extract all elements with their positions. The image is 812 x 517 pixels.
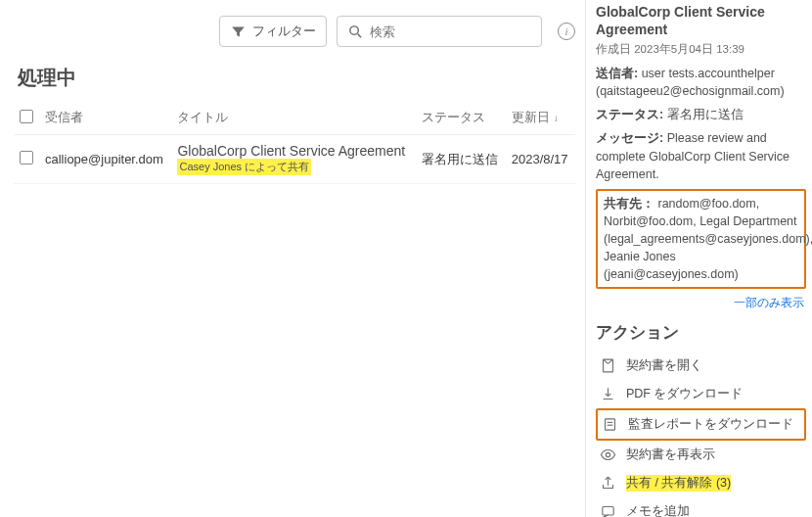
select-all-checkbox[interactable] [20,110,33,123]
share-icon [600,475,616,492]
action-download-audit[interactable]: 監査レポートをダウンロード [596,408,806,441]
search-box[interactable] [337,16,542,47]
show-less-link[interactable]: 一部のみ表示 [596,295,804,311]
info-icon[interactable]: i [558,23,575,40]
filter-button[interactable]: フィルター [219,16,327,47]
eye-icon [600,446,616,463]
action-share-label: 共有 / 共有解除 (3) [626,475,731,492]
details-panel: GlobalCorp Client Service Agreement 作成日 … [585,0,812,517]
panel-created: 作成日 2023年5月04日 13:39 [596,42,806,57]
row-checkbox[interactable] [20,151,33,164]
action-download-pdf[interactable]: PDF をダウンロード [596,380,806,408]
col-updated[interactable]: 更新日↓ [506,101,575,135]
report-icon [602,416,618,433]
svg-rect-7 [603,507,613,516]
main-content: フィルター i 処理中 受信者 タイトル ステータス 更新日↓ [0,0,585,517]
actions-heading: アクション [596,321,806,344]
col-recipient[interactable]: 受信者 [39,101,171,135]
panel-doc-title: GlobalCorp Client Service Agreement [596,4,806,38]
cell-updated: 2023/8/17 [506,135,575,184]
agreement-title: GlobalCorp Client Service Agreement [177,143,410,159]
action-share[interactable]: 共有 / 共有解除 (3) [596,469,806,497]
svg-point-0 [350,25,359,33]
section-heading: 処理中 [18,65,575,91]
cell-recipient: calliope@jupiter.dom [39,135,171,184]
shared-by-label: Casey Jones によって共有 [177,159,311,175]
table-row[interactable]: calliope@jupiter.dom GlobalCorp Client S… [14,135,575,184]
svg-rect-3 [606,419,615,430]
search-icon [347,24,364,40]
svg-line-1 [358,33,362,37]
filter-icon [230,24,247,40]
download-icon [600,386,616,402]
col-title[interactable]: タイトル [171,101,416,135]
panel-message: メッセージ: Please review and complete Global… [596,129,806,182]
panel-sender: 送信者: user tests.accounthelper (qaitstage… [596,65,806,100]
action-open[interactable]: 契約書を開く [596,352,806,380]
action-show-again[interactable]: 契約書を再表示 [596,441,806,469]
cell-title: GlobalCorp Client Service Agreement Case… [171,135,416,184]
action-add-note[interactable]: メモを追加 [596,497,806,517]
cell-status: 署名用に送信 [416,135,506,184]
note-icon [600,503,616,517]
open-icon [600,357,616,374]
svg-point-6 [606,453,609,457]
filter-label: フィルター [252,23,316,40]
actions-list: 契約書を開く PDF をダウンロード 監査レポートをダウンロード 契約書を再表示… [596,352,806,517]
sort-desc-icon: ↓ [554,113,559,123]
search-input[interactable] [370,24,534,39]
agreements-table: 受信者 タイトル ステータス 更新日↓ calliope@jupiter.dom… [14,101,575,184]
panel-shared-with: 共有先： random@foo.dom, Norbit@foo.dom, Leg… [596,189,806,290]
panel-status: ステータス: 署名用に送信 [596,106,806,123]
col-status[interactable]: ステータス [416,101,506,135]
toolbar: フィルター i [219,16,575,47]
